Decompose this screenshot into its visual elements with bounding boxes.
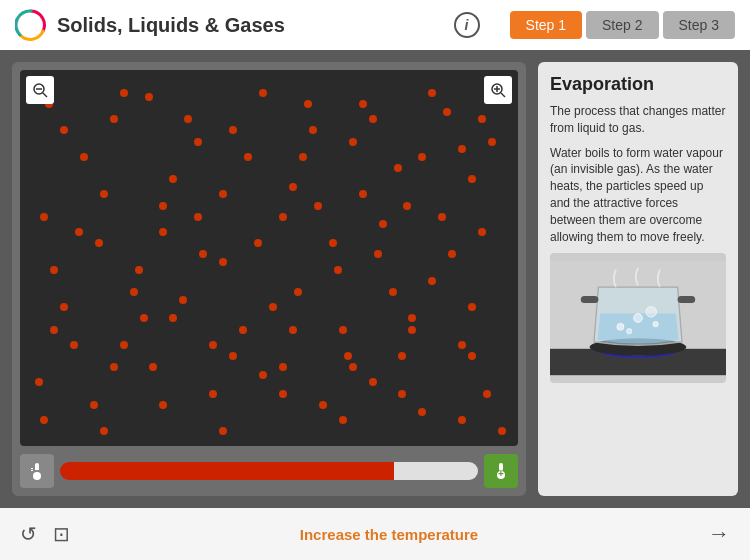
zoom-out-button[interactable] (26, 76, 54, 104)
footer-instruction: Increase the temperature (86, 526, 692, 543)
temperature-control: + (20, 454, 518, 488)
particle (254, 239, 262, 247)
footer: ↺ ⊡ Increase the temperature → (0, 508, 750, 560)
temp-increase-button[interactable]: + (484, 454, 518, 488)
particle (309, 126, 317, 134)
particle (468, 175, 476, 183)
particle (244, 153, 252, 161)
particle (35, 378, 43, 386)
app-logo (15, 9, 47, 41)
zoom-in-icon (490, 82, 506, 98)
particle (209, 341, 217, 349)
particle (169, 314, 177, 322)
particle (50, 266, 58, 274)
particle (229, 126, 237, 134)
simulation-panel: + (12, 62, 526, 496)
particle (179, 296, 187, 304)
particle (289, 183, 297, 191)
particle (359, 100, 367, 108)
particle (339, 326, 347, 334)
particle (100, 190, 108, 198)
particle (483, 390, 491, 398)
simulation-canvas (20, 70, 518, 446)
particle (279, 213, 287, 221)
particle (135, 266, 143, 274)
particle (374, 250, 382, 258)
particle (398, 352, 406, 360)
particle (279, 390, 287, 398)
step-1-button[interactable]: Step 1 (510, 11, 582, 39)
svg-line-2 (43, 93, 47, 97)
particle (329, 239, 337, 247)
particle (468, 352, 476, 360)
particle (428, 277, 436, 285)
particle (70, 341, 78, 349)
particle (140, 314, 148, 322)
thermometer-minus-icon (27, 461, 47, 481)
reset-button[interactable]: ↺ (20, 522, 37, 546)
particle (110, 115, 118, 123)
step-2-button[interactable]: Step 2 (586, 11, 658, 39)
boiling-pot-svg (550, 253, 726, 383)
svg-text:+: + (498, 468, 504, 479)
temp-decrease-button[interactable] (20, 454, 54, 488)
particle (394, 164, 402, 172)
particle (219, 190, 227, 198)
particle (398, 390, 406, 398)
export-button[interactable]: ⊡ (53, 522, 70, 546)
svg-rect-29 (678, 296, 696, 303)
particle (458, 145, 466, 153)
particle (80, 153, 88, 161)
svg-point-26 (653, 322, 658, 327)
info-title: Evaporation (550, 74, 726, 95)
header: Solids, Liquids & Gases i Step 1 Step 2 … (0, 0, 750, 50)
particle (349, 138, 357, 146)
particle (369, 115, 377, 123)
particle (448, 250, 456, 258)
particle (60, 303, 68, 311)
particle (369, 378, 377, 386)
app-title: Solids, Liquids & Gases (57, 14, 444, 37)
particle (130, 288, 138, 296)
particle (458, 416, 466, 424)
particle (60, 126, 68, 134)
particle (468, 303, 476, 311)
particle (379, 220, 387, 228)
particle (418, 408, 426, 416)
particle (443, 108, 451, 116)
particle (289, 326, 297, 334)
step-buttons: Step 1 Step 2 Step 3 (510, 11, 735, 39)
particle (294, 288, 302, 296)
particle (349, 363, 357, 371)
svg-rect-30 (581, 296, 599, 303)
next-button[interactable]: → (708, 521, 730, 547)
particle (488, 138, 496, 146)
particle (209, 390, 217, 398)
particle (50, 326, 58, 334)
particle (219, 258, 227, 266)
info-description1: The process that changes matter from liq… (550, 103, 726, 137)
info-button[interactable]: i (454, 12, 480, 38)
particle (498, 427, 506, 435)
particle (149, 363, 157, 371)
particle (259, 371, 267, 379)
particle (403, 202, 411, 210)
particle (194, 138, 202, 146)
temperature-slider[interactable] (60, 462, 478, 480)
particle (120, 341, 128, 349)
particle (169, 175, 177, 183)
particle (259, 89, 267, 97)
particle (408, 326, 416, 334)
particle (269, 303, 277, 311)
particle (428, 89, 436, 97)
particle (304, 100, 312, 108)
particle (339, 416, 347, 424)
svg-point-24 (617, 324, 624, 331)
zoom-in-button[interactable] (484, 76, 512, 104)
main-content: + Evaporation The process that changes m… (0, 50, 750, 508)
particle (408, 314, 416, 322)
boiling-water-image (550, 253, 726, 383)
step-3-button[interactable]: Step 3 (663, 11, 735, 39)
particle (184, 115, 192, 123)
particle (279, 363, 287, 371)
